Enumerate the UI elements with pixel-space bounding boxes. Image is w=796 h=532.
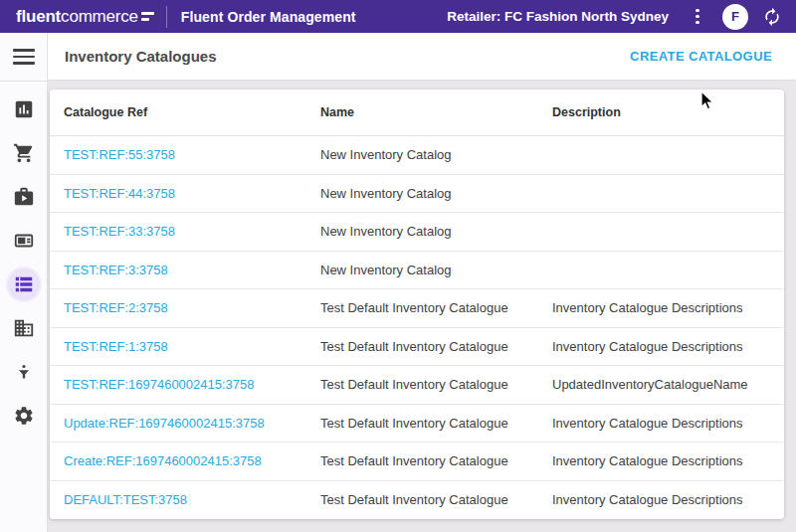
catalogue-ref-link[interactable]: TEST:REF:3:3758 bbox=[64, 263, 168, 277]
catalogue-name: New Inventory Catalog bbox=[320, 263, 552, 277]
catalogue-description: Inventory Catalogue Descriptions bbox=[552, 453, 784, 468]
appbar-divider bbox=[166, 6, 167, 28]
catalogue-ref-link[interactable]: TEST:REF:44:3758 bbox=[64, 186, 175, 201]
table-row[interactable]: Create:REF:1697460002415:3758 Test Defau… bbox=[50, 443, 784, 481]
app-header: fluentcommerce Fluent Order Management R… bbox=[0, 0, 796, 33]
catalogue-name: Test Default Inventory Catalogue bbox=[320, 377, 552, 392]
catalogue-ref-link[interactable]: Create:REF:1697460002415:3758 bbox=[64, 453, 262, 468]
shopping-cart-icon bbox=[13, 142, 35, 164]
inventory-rows-icon bbox=[13, 273, 35, 295]
table-row[interactable]: TEST:REF:3:3758 New Inventory Catalog bbox=[50, 252, 784, 290]
table-row[interactable]: Update:REF:1697460002415:3758 Test Defau… bbox=[50, 405, 784, 443]
briefcase-play-icon bbox=[13, 186, 35, 208]
catalogue-ref-link[interactable]: TEST:REF:55:3758 bbox=[64, 147, 175, 162]
catalogue-name: Test Default Inventory Catalogue bbox=[320, 416, 552, 431]
logo-text-light: commerce bbox=[61, 8, 138, 25]
create-catalogue-button[interactable]: CREATE CATALOGUE bbox=[630, 49, 772, 64]
catalogue-description: Inventory Catalogue Descriptions bbox=[552, 416, 784, 431]
table-row[interactable]: TEST:REF:55:3758 New Inventory Catalog bbox=[50, 136, 784, 175]
hamburger-menu-icon[interactable] bbox=[13, 49, 35, 65]
table-row[interactable]: TEST:REF:2:3758 Test Default Inventory C… bbox=[50, 289, 784, 328]
catalogue-name: Test Default Inventory Catalogue bbox=[320, 492, 552, 507]
catalogue-ref-link[interactable]: Update:REF:1697460002415:3758 bbox=[64, 416, 265, 431]
catalogue-name: Test Default Inventory Catalogue bbox=[320, 300, 552, 315]
sidebar bbox=[0, 33, 48, 532]
sidebar-item-dashboard[interactable] bbox=[8, 93, 40, 125]
catalogue-name: Test Default Inventory Catalogue bbox=[320, 339, 552, 354]
table-row[interactable]: TEST:REF:1:3758 Test Default Inventory C… bbox=[50, 328, 784, 367]
catalogues-table-card: Catalogue Ref Name Description TEST:REF:… bbox=[50, 89, 784, 519]
bar-chart-icon bbox=[13, 98, 35, 120]
retailer-label: Retailer: FC Fashion North Sydney bbox=[447, 9, 669, 24]
logo-equals-icon bbox=[141, 12, 154, 20]
page-titlebar: Inventory Catalogues CREATE CATALOGUE bbox=[48, 33, 796, 81]
refresh-icon[interactable] bbox=[762, 7, 782, 27]
more-options-icon[interactable] bbox=[689, 6, 706, 28]
app-title: Fluent Order Management bbox=[181, 9, 356, 25]
gear-icon bbox=[13, 405, 35, 427]
sidebar-item-utilities[interactable] bbox=[8, 356, 40, 388]
table-header-row: Catalogue Ref Name Description bbox=[50, 89, 784, 136]
table-body: TEST:REF:55:3758 New Inventory Catalog T… bbox=[50, 136, 784, 519]
column-header-name: Name bbox=[320, 105, 552, 119]
column-header-catalogue-ref: Catalogue Ref bbox=[50, 105, 320, 119]
column-header-description: Description bbox=[552, 105, 784, 119]
catalogue-name: New Inventory Catalog bbox=[320, 147, 552, 162]
page-title: Inventory Catalogues bbox=[65, 48, 217, 65]
table-row[interactable]: TEST:REF:33:3758 New Inventory Catalog bbox=[50, 213, 784, 252]
table-row[interactable]: TEST:REF:1697460002415:3758 Test Default… bbox=[50, 366, 784, 405]
catalogue-description: Inventory Catalogue Descriptions bbox=[552, 339, 784, 354]
catalogue-ref-link[interactable]: TEST:REF:33:3758 bbox=[64, 224, 175, 239]
sidebar-item-settings[interactable] bbox=[8, 400, 40, 432]
card-panel-icon bbox=[13, 230, 35, 252]
catalogue-description: Inventory Catalogue Descriptions bbox=[552, 300, 784, 315]
catalogue-ref-link[interactable]: TEST:REF:1:3758 bbox=[64, 339, 168, 354]
catalogue-ref-link[interactable]: TEST:REF:2:3758 bbox=[64, 300, 168, 315]
sidebar-item-orders[interactable] bbox=[8, 137, 40, 169]
catalogue-ref-link[interactable]: DEFAULT:TEST:3758 bbox=[64, 492, 187, 507]
table-row[interactable]: DEFAULT:TEST:3758 Test Default Inventory… bbox=[50, 481, 784, 520]
sidebar-item-inventory[interactable] bbox=[8, 268, 40, 300]
catalogue-name: Test Default Inventory Catalogue bbox=[320, 453, 552, 468]
table-row[interactable]: TEST:REF:44:3758 New Inventory Catalog bbox=[50, 175, 784, 214]
fluentcommerce-logo[interactable]: fluentcommerce bbox=[16, 8, 154, 25]
catalogue-description: Inventory Catalogue Descriptions bbox=[552, 492, 784, 507]
sidebar-item-fulfilments[interactable] bbox=[8, 181, 40, 213]
catalogue-name: New Inventory Catalog bbox=[320, 224, 552, 239]
avatar[interactable]: F bbox=[722, 4, 748, 30]
sidebar-item-locations[interactable] bbox=[8, 312, 40, 344]
catalogue-ref-link[interactable]: TEST:REF:1697460002415:3758 bbox=[64, 377, 255, 392]
logo-text-bold: fluent bbox=[16, 8, 61, 25]
building-icon bbox=[13, 317, 35, 339]
catalogue-description: UpdatedInventoryCatalogueName bbox=[552, 377, 784, 392]
funnel-icon bbox=[13, 361, 35, 383]
sidebar-item-payments[interactable] bbox=[8, 225, 40, 257]
catalogue-name: New Inventory Catalog bbox=[320, 186, 552, 201]
